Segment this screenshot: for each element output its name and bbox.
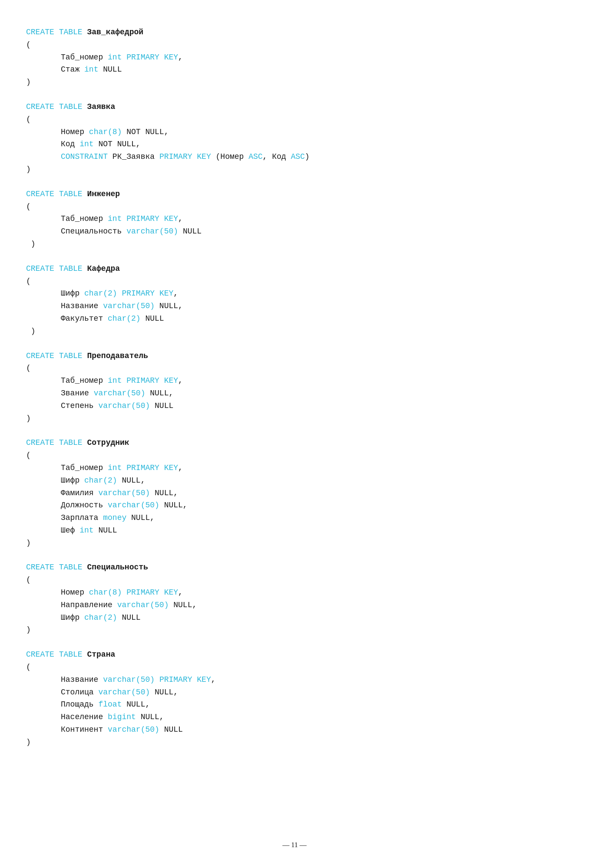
keyword-table: TABLE xyxy=(59,352,83,360)
block-zayavka: CREATE TABLE Заявка ( Номер char(8) NOT … xyxy=(26,101,563,176)
keyword-table: TABLE xyxy=(59,102,83,111)
field-line: Таб_номер int PRIMARY KEY, xyxy=(26,462,563,474)
table-name: Инженер xyxy=(87,190,120,198)
field-line: Шеф int NULL xyxy=(26,524,563,537)
block-zav-kafedroy: CREATE TABLE Зав_кафедрой ( Таб_номер in… xyxy=(26,26,563,89)
create-table-line: CREATE TABLE Страна xyxy=(26,648,563,661)
block-inzhener: CREATE TABLE Инженер ( Таб_номер int PRI… xyxy=(26,188,563,250)
field-line: Стаж int NULL xyxy=(26,63,563,76)
close-paren: ) xyxy=(26,238,563,250)
field-line: Специальность varchar(50) NULL xyxy=(26,225,563,238)
field-line: Название varchar(50) PRIMARY KEY, xyxy=(26,674,563,686)
table-name: Страна xyxy=(87,650,115,659)
field-line: Степень varchar(50) NULL xyxy=(26,400,563,412)
create-table-line: CREATE TABLE Сотрудник xyxy=(26,437,563,449)
field-line: Номер char(8) NOT NULL, xyxy=(26,126,563,138)
close-paren: ) xyxy=(26,412,563,425)
open-paren: ( xyxy=(26,362,563,375)
keyword-create: CREATE xyxy=(26,352,54,360)
close-paren: ) xyxy=(26,76,563,89)
table-name: Сотрудник xyxy=(87,438,129,447)
field-line: Площадь float NULL, xyxy=(26,698,563,711)
field-line: Таб_номер int PRIMARY KEY, xyxy=(26,213,563,225)
keyword-create: CREATE xyxy=(26,563,54,572)
page-number: — 11 — xyxy=(282,839,306,851)
close-paren: ) xyxy=(26,163,563,176)
keyword-create: CREATE xyxy=(26,102,54,111)
open-paren: ( xyxy=(26,661,563,674)
field-line: CONSTRAINT РК_Заявка PRIMARY KEY (Номер … xyxy=(26,151,563,163)
create-table-line: CREATE TABLE Зав_кафедрой xyxy=(26,26,563,39)
table-name: Специальность xyxy=(87,563,148,572)
close-paren: ) xyxy=(26,325,563,338)
close-paren: ) xyxy=(26,736,563,749)
open-paren: ( xyxy=(26,574,563,586)
field-line: Шифр char(2) PRIMARY KEY, xyxy=(26,287,563,300)
keyword-table: TABLE xyxy=(59,563,83,572)
field-line: Фамилия varchar(50) NULL, xyxy=(26,487,563,500)
keyword-create: CREATE xyxy=(26,650,54,659)
create-table-line: CREATE TABLE Специальность xyxy=(26,561,563,574)
open-paren: ( xyxy=(26,201,563,213)
open-paren: ( xyxy=(26,39,563,51)
keyword-create: CREATE xyxy=(26,190,54,198)
keyword-table: TABLE xyxy=(59,190,83,198)
block-specialnost: CREATE TABLE Специальность ( Номер char(… xyxy=(26,561,563,636)
block-prepodavatel: CREATE TABLE Преподаватель ( Таб_номер i… xyxy=(26,350,563,425)
field-line: Название varchar(50) NULL, xyxy=(26,300,563,312)
keyword-table: TABLE xyxy=(59,264,83,273)
keyword-table: TABLE xyxy=(59,438,83,447)
keyword-create: CREATE xyxy=(26,28,54,36)
keyword-create: CREATE xyxy=(26,264,54,273)
field-line: Факультет char(2) NULL xyxy=(26,312,563,325)
field-line: Шифр char(2) NULL xyxy=(26,612,563,624)
table-name: Зав_кафедрой xyxy=(87,28,143,36)
field-line: Таб_номер int PRIMARY KEY, xyxy=(26,51,563,64)
field-line: Население bigint NULL, xyxy=(26,711,563,723)
keyword-table: TABLE xyxy=(59,650,83,659)
create-table-line: CREATE TABLE Инженер xyxy=(26,188,563,201)
field-line: Столица varchar(50) NULL, xyxy=(26,686,563,699)
create-table-line: CREATE TABLE Заявка xyxy=(26,101,563,113)
block-kafedra: CREATE TABLE Кафедра ( Шифр char(2) PRIM… xyxy=(26,263,563,338)
field-line: Зарплата money NULL, xyxy=(26,512,563,524)
block-sotrudnik: CREATE TABLE Сотрудник ( Таб_номер int P… xyxy=(26,437,563,549)
field-line: Шифр char(2) NULL, xyxy=(26,474,563,487)
create-table-line: CREATE TABLE Кафедра xyxy=(26,263,563,275)
table-name: Преподаватель xyxy=(87,352,148,360)
field-line: Номер char(8) PRIMARY KEY, xyxy=(26,586,563,599)
field-line: Звание varchar(50) NULL, xyxy=(26,387,563,400)
close-paren: ) xyxy=(26,537,563,549)
field-line: Должность varchar(50) NULL, xyxy=(26,499,563,512)
open-paren: ( xyxy=(26,275,563,288)
table-name: Заявка xyxy=(87,102,115,111)
table-name: Кафедра xyxy=(87,264,120,273)
open-paren: ( xyxy=(26,449,563,462)
field-line: Направление varchar(50) NULL, xyxy=(26,599,563,612)
block-strana: CREATE TABLE Страна ( Название varchar(5… xyxy=(26,648,563,748)
field-line: Таб_номер int PRIMARY KEY, xyxy=(26,375,563,387)
field-line: Континент varchar(50) NULL xyxy=(26,723,563,736)
open-paren: ( xyxy=(26,113,563,126)
keyword-table: TABLE xyxy=(59,28,83,36)
keyword-create: CREATE xyxy=(26,438,54,447)
field-line: Код int NOT NULL, xyxy=(26,138,563,151)
create-table-line: CREATE TABLE Преподаватель xyxy=(26,350,563,362)
close-paren: ) xyxy=(26,624,563,636)
